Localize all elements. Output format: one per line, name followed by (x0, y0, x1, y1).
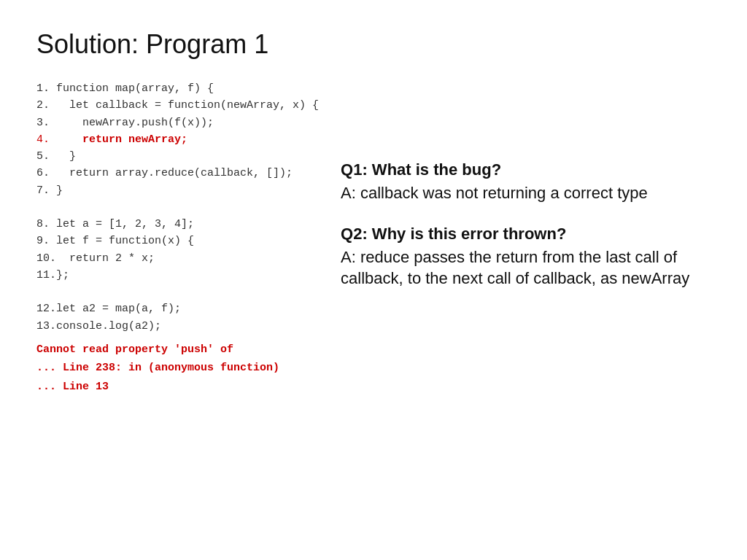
error-line-2: ... Line 238: in (anonymous function) (36, 359, 319, 378)
code-line-13: 13.console.log(a2); (36, 318, 319, 335)
code-line-6: 6. return array.reduce(callback, []); (36, 165, 319, 182)
qa-answer-1: A: callback was not returning a correct … (341, 182, 711, 204)
code-line-4: 4. return newArray; (36, 131, 319, 148)
code-line-8: 8. let a = [1, 2, 3, 4]; (36, 216, 319, 233)
qa-section: Q1: What is the bug? A: callback was not… (319, 80, 711, 396)
page-title: Solution: Program 1 (36, 29, 711, 60)
code-line-2: 2. let callback = function(newArray, x) … (36, 97, 319, 114)
error-line-1: Cannot read property 'push' of (36, 341, 319, 359)
code-line-7: 7. } (36, 182, 319, 199)
code-line-11: 11.}; (36, 267, 319, 284)
code-line-3: 3. newArray.push(f(x)); (36, 114, 319, 131)
code-line-5: 5. } (36, 148, 319, 165)
code-line-12: 12.let a2 = map(a, f); (36, 300, 319, 317)
qa-answer-2: A: reduce passes the return from the las… (341, 246, 711, 289)
code-line-10: 10. return 2 * x; (36, 250, 319, 267)
code-line-1: 1. function map(array, f) { (36, 80, 319, 97)
code-section: 1. function map(array, f) { 2. let callb… (36, 80, 319, 396)
code-line-9: 9. let f = function(x) { (36, 233, 319, 249)
error-line-3: ... Line 13 (36, 378, 319, 397)
error-section: Cannot read property 'push' of ... Line … (36, 341, 319, 397)
content-area: 1. function map(array, f) { 2. let callb… (36, 80, 711, 396)
qa-block-2: Q2: Why is this error thrown? A: reduce … (341, 225, 711, 289)
qa-question-2: Q2: Why is this error thrown? (341, 225, 711, 244)
qa-question-1: Q1: What is the bug? (341, 160, 711, 179)
qa-block-1: Q1: What is the bug? A: callback was not… (341, 160, 711, 204)
